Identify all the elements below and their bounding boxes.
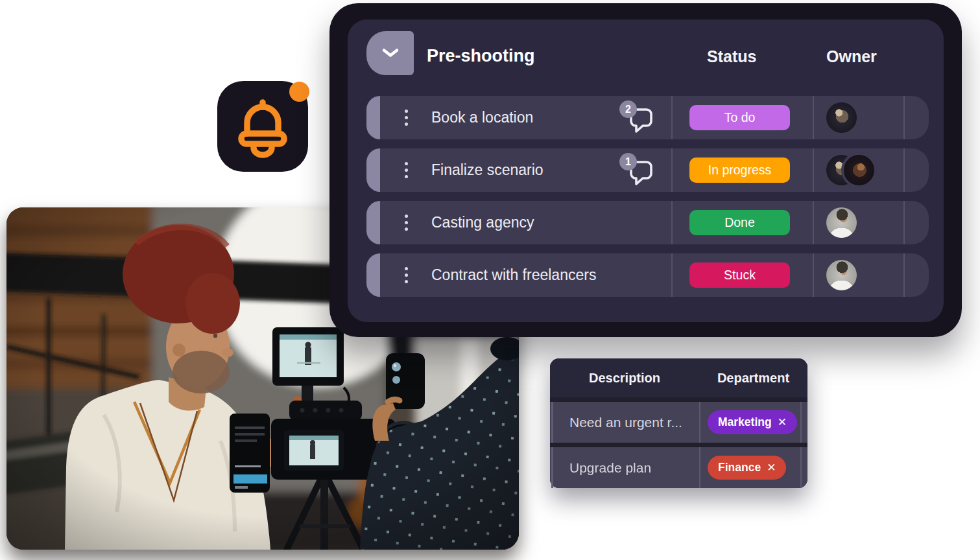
column-divider	[903, 96, 905, 139]
department-tag[interactable]: Marketing ✕	[708, 410, 797, 434]
column-header-status: Status	[707, 45, 756, 67]
column-header-department: Department	[699, 358, 807, 397]
column-divider	[903, 253, 905, 297]
column-divider	[813, 253, 814, 297]
comment-count-badge: 2	[619, 100, 637, 118]
request-description: Upgrade plan	[569, 447, 651, 488]
column-divider	[800, 447, 802, 488]
kebab-icon[interactable]	[402, 264, 410, 286]
row-accent	[551, 447, 553, 488]
row-accent	[366, 96, 380, 139]
notification-unread-dot	[289, 82, 309, 102]
row-accent	[366, 148, 380, 192]
status-pill[interactable]: To do	[689, 105, 790, 130]
request-row[interactable]: Need an urgent r... Marketing ✕	[550, 402, 807, 443]
column-divider	[903, 148, 905, 192]
column-divider	[671, 201, 673, 244]
task-name: Contract with freelancers	[431, 253, 596, 297]
status-pill[interactable]: In progress	[689, 158, 790, 183]
column-divider	[671, 96, 673, 139]
row-accent	[366, 253, 380, 297]
row-accent	[551, 402, 553, 443]
task-name: Finalize scenario	[431, 148, 544, 192]
column-divider	[903, 201, 905, 244]
task-name: Casting agency	[431, 201, 534, 244]
row-accent	[366, 201, 380, 244]
page: Pre-shooting Status Owner Book a locatio…	[0, 0, 980, 560]
column-divider	[699, 447, 700, 488]
kebab-icon[interactable]	[402, 159, 410, 181]
owner-avatar[interactable]	[844, 155, 874, 185]
task-row[interactable]: Finalize scenario 1 In progress	[366, 148, 929, 192]
remove-tag-icon[interactable]: ✕	[778, 415, 787, 429]
column-divider	[671, 253, 673, 297]
department-tag-label: Finance	[718, 461, 761, 474]
department-tag[interactable]: Finance ✕	[708, 456, 786, 480]
owner-avatar[interactable]	[826, 260, 857, 290]
chevron-down-icon	[381, 48, 400, 58]
status-pill[interactable]: Done	[689, 210, 790, 235]
comments-button[interactable]: 2	[619, 103, 660, 135]
request-description: Need an urgent r...	[569, 402, 682, 443]
column-divider	[813, 96, 814, 139]
task-row[interactable]: Casting agency Done	[366, 201, 929, 244]
column-header-description: Description	[550, 358, 699, 397]
kebab-icon[interactable]	[402, 212, 410, 233]
column-divider	[813, 148, 814, 192]
status-pill[interactable]: Stuck	[689, 262, 790, 288]
request-table: Description Department Need an urgent r.…	[550, 358, 807, 488]
group-title: Pre-shooting	[427, 43, 535, 69]
department-tag-label: Marketing	[718, 415, 772, 429]
owner-avatar[interactable]	[826, 102, 857, 133]
board-card-inner: Pre-shooting Status Owner Book a locatio…	[348, 19, 944, 322]
column-divider	[699, 402, 700, 443]
comments-button[interactable]: 1	[619, 156, 660, 188]
column-divider	[671, 148, 673, 192]
notification-tile[interactable]	[217, 81, 308, 172]
request-table-header: Description Department	[550, 358, 807, 397]
group-collapse-button[interactable]	[366, 31, 414, 75]
task-row[interactable]: Book a location 2 To do	[366, 96, 929, 139]
owner-avatar[interactable]	[826, 207, 857, 238]
task-row[interactable]: Contract with freelancers Stuck	[366, 253, 929, 297]
comment-count-badge: 1	[619, 153, 637, 170]
column-header-owner: Owner	[826, 45, 877, 67]
column-divider	[813, 201, 814, 244]
kebab-icon[interactable]	[402, 107, 410, 128]
remove-tag-icon[interactable]: ✕	[767, 461, 776, 474]
board-card: Pre-shooting Status Owner Book a locatio…	[329, 3, 962, 337]
column-divider	[800, 402, 802, 443]
task-name: Book a location	[431, 96, 533, 139]
request-row[interactable]: Upgrade plan Finance ✕	[550, 447, 807, 488]
